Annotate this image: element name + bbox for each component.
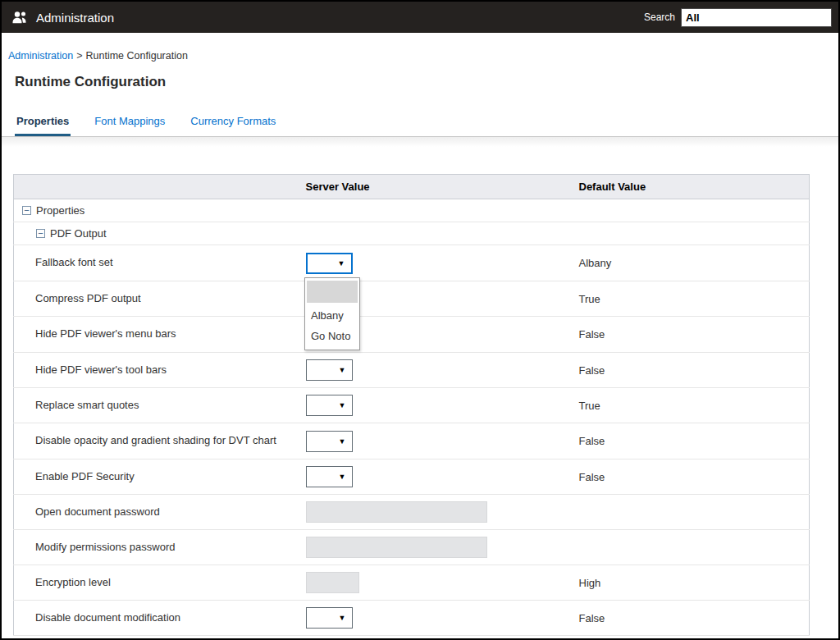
fallback-font-set-dropdown-list: Albany Go Noto	[304, 277, 360, 350]
top-bar-right: Search	[644, 8, 832, 27]
modify-permissions-password-input[interactable]	[306, 537, 487, 558]
row-compress-pdf-output: Compress PDF output True	[14, 281, 810, 317]
breadcrumb-link-administration[interactable]: Administration	[8, 50, 73, 62]
breadcrumb-separator: >	[76, 50, 82, 62]
hide-tool-bars-select[interactable]	[306, 359, 353, 381]
property-label: Hide PDF viewer's menu bars	[21, 327, 176, 341]
search-label: Search	[644, 11, 675, 23]
encryption-level-input[interactable]	[306, 572, 359, 593]
tab-bar-shadow	[2, 137, 838, 147]
properties-table-container: Server Value Default Value Properties PD…	[13, 174, 809, 636]
row-encryption-level: Encryption level High	[14, 565, 810, 601]
group-label: PDF Output	[50, 227, 107, 240]
disable-document-modification-select[interactable]	[306, 607, 353, 629]
properties-table: Server Value Default Value Properties PD…	[13, 174, 810, 636]
property-label: Disable document modification	[21, 611, 180, 625]
property-label: Enable PDF Security	[21, 470, 135, 484]
property-label: Modify permissions password	[21, 541, 176, 555]
table-header-row: Server Value Default Value	[14, 175, 810, 199]
row-enable-pdf-security: Enable PDF Security False	[14, 459, 810, 495]
tab-properties[interactable]: Properties	[15, 107, 71, 136]
property-label: Open document password	[21, 505, 160, 519]
row-modify-permissions-password: Modify permissions password	[14, 530, 810, 565]
breadcrumb: Administration>Runtime Configuration	[8, 50, 838, 62]
default-value: True	[579, 400, 600, 412]
default-value: False	[579, 328, 605, 341]
dropdown-option-albany[interactable]: Albany	[307, 305, 358, 326]
row-replace-smart-quotes: Replace smart quotes True	[14, 388, 810, 423]
people-icon	[11, 10, 28, 25]
property-label: Encryption level	[21, 576, 111, 590]
row-fallback-font-set: Fallback font set Albany	[14, 245, 810, 281]
search-input[interactable]	[681, 8, 832, 27]
property-label: Replace smart quotes	[21, 399, 139, 413]
default-value: False	[579, 435, 605, 447]
default-value: High	[579, 577, 601, 589]
top-bar-left: Administration	[11, 10, 114, 25]
default-value: False	[579, 471, 605, 483]
tab-bar: Properties Font Mappings Currency Format…	[2, 107, 838, 137]
tab-currency-formats[interactable]: Currency Formats	[189, 107, 277, 136]
column-header-default-value: Default Value	[573, 175, 810, 199]
group-row-pdf-output: PDF Output	[14, 222, 810, 245]
open-document-password-input[interactable]	[306, 501, 487, 523]
row-disable-document-modification: Disable document modification False	[14, 601, 810, 636]
column-header-property	[14, 175, 299, 199]
property-label: Hide PDF viewer's tool bars	[21, 363, 167, 377]
fallback-font-set-select[interactable]	[306, 253, 353, 274]
row-disable-opacity: Disable opacity and gradient shading for…	[14, 423, 810, 459]
default-value: Albany	[579, 257, 612, 269]
default-value: False	[579, 612, 605, 624]
row-open-document-password: Open document password	[14, 495, 810, 530]
administration-page: Administration Search Administration>Run…	[0, 0, 840, 640]
breadcrumb-current: Runtime Configuration	[86, 50, 188, 62]
default-value: True	[579, 293, 600, 305]
row-hide-tool-bars: Hide PDF viewer's tool bars False	[14, 353, 810, 388]
replace-smart-quotes-select[interactable]	[306, 395, 353, 416]
dropdown-option-go-noto[interactable]: Go Noto	[307, 326, 358, 346]
property-label: Fallback font set	[21, 256, 113, 270]
property-label: Disable opacity and gradient shading for…	[21, 434, 276, 448]
group-label: Properties	[36, 204, 84, 217]
top-bar: Administration Search	[2, 2, 838, 33]
default-value: False	[579, 364, 605, 377]
collapse-icon[interactable]	[36, 229, 45, 238]
collapse-icon[interactable]	[22, 206, 31, 215]
page-title: Runtime Configuration	[15, 74, 838, 90]
property-label: Compress PDF output	[21, 292, 141, 306]
disable-opacity-select[interactable]	[306, 431, 353, 452]
column-header-server-value: Server Value	[299, 175, 573, 199]
dropdown-option-blank[interactable]	[307, 281, 358, 303]
enable-pdf-security-select[interactable]	[306, 466, 353, 487]
group-row-properties: Properties	[14, 199, 810, 222]
app-title: Administration	[36, 11, 114, 25]
tab-font-mappings[interactable]: Font Mappings	[93, 107, 167, 136]
row-hide-menu-bars: Hide PDF viewer's menu bars False	[14, 317, 810, 353]
